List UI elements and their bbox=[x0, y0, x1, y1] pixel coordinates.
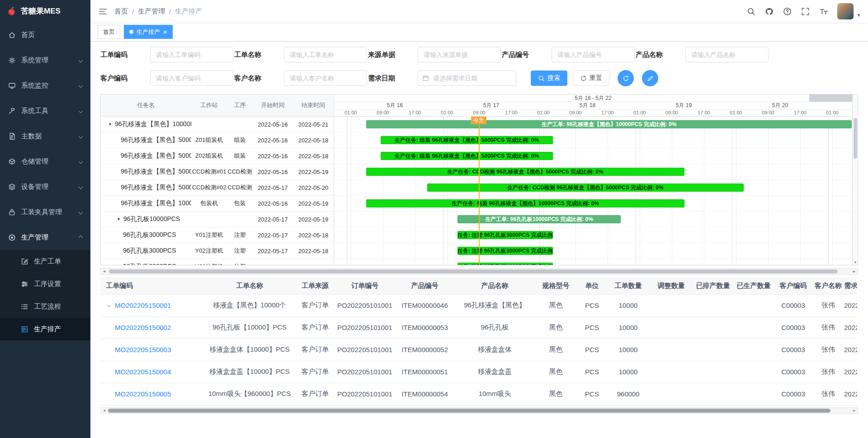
caret-down-icon[interactable]: ▾ bbox=[857, 12, 860, 19]
gantt-bar-order[interactable]: 生产工单: 96孔孔板10000PCS 完成比例: 0% bbox=[458, 215, 621, 223]
customer-name-input[interactable] bbox=[284, 71, 367, 86]
scrollbar-thumb[interactable] bbox=[854, 118, 857, 159]
table-row[interactable]: MO202205150003移液盒盒体【10000】PCS客户订单PO20220… bbox=[100, 339, 857, 361]
workorder-link[interactable]: MO202205150005 bbox=[115, 390, 171, 398]
sidebar-subitem-label: 工序设置 bbox=[34, 280, 61, 288]
hamburger-icon[interactable] bbox=[99, 8, 107, 15]
task-station: CCD检测#01 bbox=[191, 168, 227, 176]
filter-label: 客户编码 bbox=[100, 74, 150, 83]
orders-column-header: 工单名称 bbox=[204, 278, 295, 294]
search-icon[interactable] bbox=[747, 7, 755, 16]
gantt-bar-task[interactable]: 生产任务: 包装 96孔移液盒【黑色】10000PCS 完成比例: 0% bbox=[366, 199, 684, 207]
gantt-task-row[interactable]: 96孔移液盒【黑色】5000PCSZ01组装机组装2022-05-162022-… bbox=[101, 132, 334, 148]
gantt-task-row[interactable]: 96孔移液盒【黑色】5000PCSCCD检测#02CCD检测2022-05-17… bbox=[101, 180, 334, 196]
product-name-input[interactable] bbox=[685, 47, 769, 62]
sidebar-subitem-2[interactable]: 工序设置 bbox=[0, 273, 90, 295]
gantt-task-row[interactable]: ▼96孔移液盒【黑色】10000PCS2022-05-162022-05-21 bbox=[101, 117, 334, 132]
task-start-date: 2022-05-16 bbox=[252, 200, 293, 207]
row-expand-icon[interactable] bbox=[106, 303, 115, 309]
reset-button[interactable]: 重置 bbox=[573, 71, 609, 86]
orders-cell-customer_code: C00003 bbox=[774, 383, 812, 405]
search-button[interactable]: 搜索 bbox=[531, 71, 567, 86]
table-row[interactable]: MO202205150001移液盒【黑色】10000个客户订单PO2022051… bbox=[100, 294, 857, 316]
table-row[interactable]: MO202205150004移液盒盒盖【10000】PCS客户订单PO20220… bbox=[100, 361, 857, 383]
product-code-input[interactable] bbox=[552, 47, 635, 62]
sidebar-item-4[interactable]: 系统工具 bbox=[0, 98, 90, 123]
sidebar-item-8[interactable]: 工装夹具管理 bbox=[0, 199, 90, 225]
sidebar-item-7[interactable]: 设备管理 bbox=[0, 174, 90, 199]
workorder-link[interactable]: MO202205150002 bbox=[115, 324, 171, 331]
avatar[interactable] bbox=[837, 3, 854, 19]
edit-circle-button[interactable] bbox=[642, 70, 658, 86]
workorder-code-input[interactable] bbox=[150, 47, 233, 62]
edit-square-icon bbox=[21, 258, 29, 265]
orders-cell-spec: 黑色 bbox=[534, 294, 577, 316]
timeline-hour-gridline bbox=[800, 117, 801, 265]
gantt-bar-task[interactable]: 生产任务: 注塑 96孔孔板3000PCS 完成比例: 0% bbox=[458, 231, 553, 239]
orders-cell-product: 96孔移液盒【黑色】 bbox=[455, 294, 534, 316]
sidebar-item-3[interactable]: 系统监控 bbox=[0, 73, 90, 98]
scrollbar-thumb[interactable] bbox=[109, 269, 838, 273]
workorder-name-input[interactable] bbox=[284, 47, 367, 62]
scroll-left-arrow-icon[interactable]: ◄ bbox=[101, 269, 108, 273]
gantt-task-row[interactable]: 96孔移液盒【黑色】5000PCSZ02组装机组装2022-05-162022-… bbox=[101, 148, 334, 164]
tab-2[interactable]: 生产排产× bbox=[124, 25, 173, 39]
workorder-link[interactable]: MO202205150001 bbox=[115, 301, 171, 309]
breadcrumb-item[interactable]: 首页 bbox=[114, 7, 128, 16]
sidebar-item-5[interactable]: 主数据 bbox=[0, 123, 90, 149]
scroll-down-arrow-icon[interactable]: ▼ bbox=[853, 260, 858, 264]
workorder-link[interactable]: MO202205150003 bbox=[115, 346, 171, 353]
gantt-task-row[interactable]: 96孔孔板3000PCSY03注塑机注塑2022-05-172022-05-18 bbox=[101, 259, 334, 265]
navbar-actions: ▾ bbox=[747, 3, 860, 19]
scroll-right-arrow-icon[interactable]: ► bbox=[851, 269, 858, 273]
customer-code-input[interactable] bbox=[150, 71, 233, 86]
sidebar-subitem-3[interactable]: 工艺流程 bbox=[0, 295, 90, 318]
task-process: 组装 bbox=[227, 152, 253, 160]
workorder-link[interactable]: MO202205150004 bbox=[115, 368, 171, 376]
github-icon[interactable] bbox=[765, 7, 774, 16]
breadcrumb-item[interactable]: 生产管理 bbox=[138, 7, 165, 16]
scroll-right-arrow-icon[interactable]: ► bbox=[851, 409, 858, 413]
orders-cell-qty: 10000 bbox=[607, 361, 650, 383]
refresh-circle-button[interactable] bbox=[618, 70, 634, 86]
gantt-horizontal-scrollbar[interactable]: ◄ ► bbox=[100, 268, 858, 275]
monitor-icon bbox=[8, 82, 16, 89]
gantt-bar-task[interactable]: 生产任务: 组装 96孔移液盒【黑色】5000PCS 完成比例: 0% bbox=[381, 152, 553, 160]
lock-icon bbox=[8, 208, 16, 216]
gantt-bar-task[interactable]: 生产任务: CCD检测 96孔移液盒【黑色】5000PCS 完成比例: 0% bbox=[427, 184, 744, 192]
tab-1[interactable]: 首页 bbox=[98, 25, 120, 39]
gantt-task-row[interactable]: 96孔移液盒【黑色】10000PCS包装机包装2022-05-162022-05… bbox=[101, 196, 334, 212]
gantt-task-row[interactable]: 96孔孔板3000PCSY01注塑机注塑2022-05-172022-05-18 bbox=[101, 227, 334, 243]
table-horizontal-scrollbar[interactable]: ◄ ► bbox=[100, 407, 858, 414]
gantt-bar-task[interactable]: 生产任务: 注塑 96孔孔板3000PCS 完成比例: 0% bbox=[458, 247, 553, 255]
sidebar-item-1[interactable]: 首页 bbox=[0, 22, 90, 47]
gantt-task-row[interactable]: 96孔孔板3000PCSY02注塑机注塑2022-05-172022-05-18 bbox=[101, 243, 334, 259]
demand-date-input[interactable] bbox=[418, 71, 516, 86]
gantt-task-row[interactable]: ▼96孔孔板10000PCS2022-05-172022-05-19 bbox=[101, 212, 334, 227]
gantt-vertical-scrollbar[interactable]: ▼ bbox=[852, 94, 858, 265]
gantt-bar-task[interactable]: 生产任务: 组装 96孔移液盒【黑色】5000PCS 完成比例: 0% bbox=[381, 136, 553, 144]
scrollbar-thumb[interactable] bbox=[108, 409, 830, 413]
tab-close-icon[interactable]: × bbox=[163, 28, 167, 35]
tree-expand-icon[interactable]: ▼ bbox=[108, 122, 112, 127]
sidebar-item-6[interactable]: 仓储管理 bbox=[0, 149, 90, 174]
gantt-bar-task[interactable]: 生产任务: CCD检测 96孔移液盒【黑色】5000PCS 完成比例: 0% bbox=[366, 168, 684, 176]
gantt-bar-order[interactable]: 生产工单: 96孔移液盒【黑色】10000PCS 完成比例: 0% bbox=[366, 120, 852, 128]
sidebar-item-2[interactable]: 系统管理 bbox=[0, 47, 90, 73]
font-size-icon[interactable] bbox=[819, 7, 828, 16]
gantt-task-row[interactable]: 96孔移液盒【黑色】5000PCSCCD检测#01CCD检测2022-05-16… bbox=[101, 164, 334, 180]
timeline-day-label: 5月 20 bbox=[732, 102, 828, 109]
tree-expand-icon[interactable]: ▼ bbox=[117, 217, 121, 221]
table-row[interactable]: MO20220515000510mm吸头【960000】PCS客户订单PO202… bbox=[100, 383, 857, 405]
table-row[interactable]: MO20220515000296孔孔板【10000】PCS客户订单PO20220… bbox=[100, 316, 857, 339]
source-doc-input[interactable] bbox=[418, 47, 501, 62]
sidebar-item-9[interactable]: 生产管理 bbox=[0, 225, 90, 250]
orders-cell-customer_code: C00003 bbox=[774, 339, 812, 361]
orders-cell-source: 客户订单 bbox=[295, 361, 335, 383]
scroll-left-arrow-icon[interactable]: ◄ bbox=[101, 409, 108, 413]
question-icon[interactable] bbox=[783, 7, 792, 16]
gantt-bar-task[interactable]: 生产任务: 注塑 96孔孔板3000PCS 完成比例: 0% bbox=[458, 263, 553, 265]
sidebar-subitem-1[interactable]: 生产工单 bbox=[0, 250, 90, 273]
sidebar-subitem-4[interactable]: 生产排产 bbox=[0, 318, 90, 340]
fullscreen-icon[interactable] bbox=[801, 7, 810, 16]
